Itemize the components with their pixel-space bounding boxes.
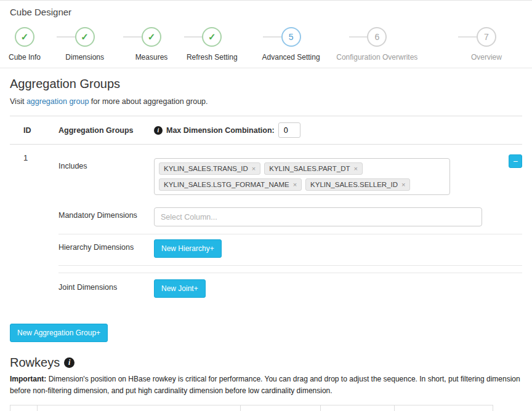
dimension-tag: KYLIN_SALES.PART_DT× [264,162,363,175]
step-label: Refresh Setting [187,53,238,62]
rowkeys-title-text: Rowkeys [10,356,60,370]
advanced-setting-content: Aggregation Groups Visit aggregation gro… [0,68,532,411]
max-dim-input[interactable] [278,122,300,138]
mandatory-dimensions-row: Mandatory Dimensions [58,202,522,234]
tag-label: KYLIN_SALES.SELLER_ID [310,181,398,188]
step-connector [349,36,368,38]
wizard-step-overview[interactable]: 7 Overview [477,27,517,62]
includes-label: Includes [58,158,154,195]
info-icon: i [154,126,163,135]
tag-label: KYLIN_SALES.PART_DT [269,165,350,172]
info-icon: i [64,357,75,368]
header-encoding: Encoding [241,405,321,411]
hint-text: Visit [10,97,26,106]
wizard: ✓ Cube Info ✓ Dimensions ✓ Measures ✓ Re… [0,21,532,62]
step-current-circle: 5 [281,27,301,47]
max-dimension-combination: i Max Dimension Combination: [154,122,300,138]
tag-label: KYLIN_SALES.LSTG_FORMAT_NAME [164,181,289,188]
step-label: Dimensions [65,53,104,62]
check-icon: ✓ [21,31,29,42]
rowkeys-table: ID Column Encoding Length Shard By 1 dic… [10,405,493,411]
remove-tag-icon[interactable]: × [252,165,256,172]
hierarchy-dimensions-label: Hierarchy Dimensions [58,239,154,258]
step-connector [57,36,75,38]
step-number: 7 [484,32,489,42]
step-todo-circle: 6 [367,27,387,47]
step-done-circle: ✓ [75,27,95,47]
cube-designer-page: Cube Designer ✓ Cube Info ✓ Dimensions ✓… [0,0,532,411]
step-label: Overview [471,53,502,62]
header-id: ID [10,126,58,135]
important-bold: Important: [10,375,46,383]
dimension-tag: KYLIN_SALES.LSTG_FORMAT_NAME× [159,178,302,191]
max-dim-label: Max Dimension Combination: [166,126,275,135]
hierarchy-dimensions-content: New Hierarchy+ [154,239,482,258]
check-icon: ✓ [81,31,89,42]
step-connector [263,36,281,38]
group-body: Includes KYLIN_SALES.TRANS_ID× KYLIN_SAL… [58,153,522,305]
rowkeys-important-note: Important: Dimension's position on HBase… [10,373,522,396]
divider [58,266,522,273]
aggregation-group-row: 1 Includes KYLIN_SALES.TRANS_ID× KYLIN_S… [10,145,522,305]
step-done-circle: ✓ [142,27,161,47]
wizard-step-refresh-setting[interactable]: ✓ Refresh Setting [202,27,263,62]
includes-row: Includes KYLIN_SALES.TRANS_ID× KYLIN_SAL… [58,153,490,202]
rowkeys-title: Rowkeys i [10,356,522,370]
dimension-tag: KYLIN_SALES.SELLER_ID× [305,178,410,191]
step-todo-circle: 7 [477,27,496,47]
includes-content: KYLIN_SALES.TRANS_ID× KYLIN_SALES.PART_D… [154,158,450,195]
joint-dimensions-row: Joint Dimensions New Joint+ [58,274,522,305]
wizard-step-measures[interactable]: ✓ Measures [142,27,184,62]
check-icon: ✓ [208,31,216,42]
mandatory-dimensions-content [154,207,482,226]
joint-dimensions-content: New Joint+ [154,279,482,298]
step-label: Configuration Overwrites [336,53,417,62]
step-label: Measures [135,53,168,62]
wizard-step-dimensions[interactable]: ✓ Dimensions [75,27,124,62]
remove-tag-icon[interactable]: × [401,181,405,188]
step-label: Advanced Setting [262,53,320,62]
remove-tag-icon[interactable]: × [293,181,297,188]
joint-dimensions-label: Joint Dimensions [58,279,154,298]
group-id: 1 [10,153,58,305]
step-done-circle: ✓ [202,27,222,47]
step-connector [184,36,203,38]
wizard-step-cube-info[interactable]: ✓ Cube Info [15,27,57,62]
step-number: 6 [374,32,379,42]
tag-label: KYLIN_SALES.TRANS_ID [164,165,248,172]
header-shard-by: Shard By [395,405,493,411]
hierarchy-dimensions-row: Hierarchy Dimensions New Hierarchy+ [58,234,522,266]
aggregation-table-header: ID Aggregation Groups i Max Dimension Co… [10,116,522,145]
important-text: Dimension's position on HBase rowkey is … [10,375,520,395]
new-aggregation-group-button[interactable]: New Aggregation Group+ [10,324,108,342]
check-icon: ✓ [148,31,156,42]
mandatory-dimensions-label: Mandatory Dimensions [58,207,154,226]
rowkeys-header-row: ID Column Encoding Length Shard By [10,405,493,411]
mandatory-dimensions-input[interactable] [154,207,482,226]
aggregation-hint: Visit aggregation group for more about a… [10,97,522,106]
header-id: ID [10,405,38,411]
step-connector [458,36,477,38]
new-hierarchy-button[interactable]: New Hierarchy+ [154,239,222,258]
aggregation-groups-title: Aggregation Groups [10,77,522,91]
step-done-circle: ✓ [15,27,34,47]
step-label: Cube Info [9,53,41,62]
remove-group-button[interactable]: − [509,154,522,168]
includes-field[interactable]: KYLIN_SALES.TRANS_ID× KYLIN_SALES.PART_D… [154,158,450,195]
step-connector [123,36,142,38]
aggregation-group-link[interactable]: aggregation group [26,97,89,106]
step-number: 5 [289,32,294,42]
header-column: Column [38,405,241,411]
wizard-step-configuration-overwrites[interactable]: 6 Configuration Overwrites [367,27,458,62]
page-title: Cube Designer [0,1,532,21]
hint-text: for more about aggregation group. [89,97,208,106]
header-length: Length [321,405,395,411]
header-aggregation-groups: Aggregation Groups [58,126,154,135]
new-joint-button[interactable]: New Joint+ [154,279,206,298]
dimension-tag: KYLIN_SALES.TRANS_ID× [159,162,260,175]
remove-tag-icon[interactable]: × [353,165,357,172]
